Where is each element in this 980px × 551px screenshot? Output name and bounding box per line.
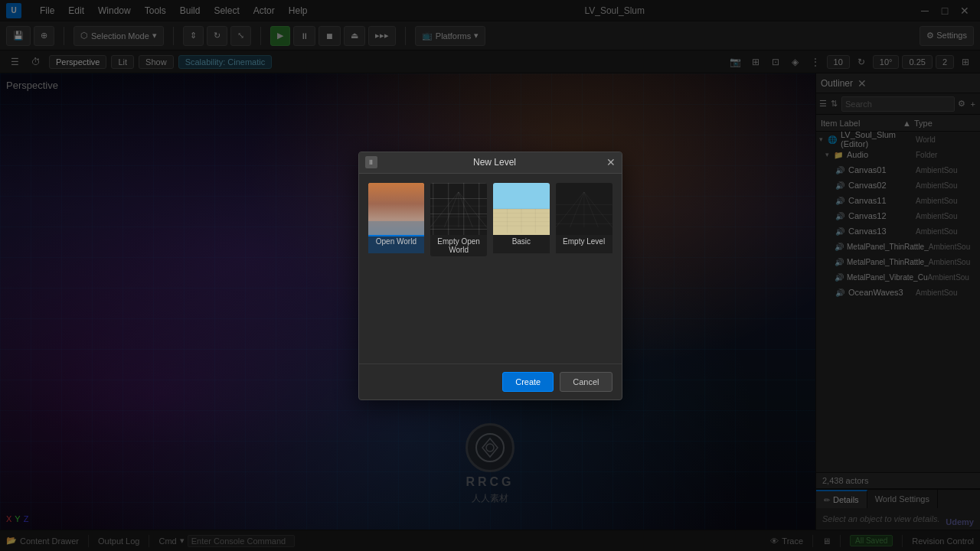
cancel-button[interactable]: Cancel <box>560 372 612 392</box>
svg-rect-1 <box>368 221 425 235</box>
pause-icon: ⏸ <box>365 156 377 168</box>
level-grid: Open World <box>368 183 612 256</box>
create-button[interactable]: Create <box>502 372 554 392</box>
svg-line-24 <box>584 191 612 227</box>
modal-footer: Create Cancel <box>359 364 622 399</box>
svg-rect-10 <box>493 184 550 208</box>
level-thumb-empty-open-world <box>430 183 487 235</box>
svg-line-23 <box>584 191 598 227</box>
modal-title: New Level <box>384 157 606 168</box>
level-label-basic: Basic <box>493 235 550 253</box>
modal-close-button[interactable]: ✕ <box>606 156 616 168</box>
modal-titlebar: ⏸ New Level ✕ <box>359 152 622 174</box>
modal-body: Open World <box>359 174 622 364</box>
level-thumb-empty-level <box>556 183 612 235</box>
level-thumb-basic <box>493 183 550 235</box>
svg-line-20 <box>556 191 584 227</box>
svg-line-6 <box>459 191 487 227</box>
svg-line-2 <box>430 191 459 227</box>
level-label-empty-open-world: Empty Open World <box>430 235 487 256</box>
level-card-open-world[interactable]: Open World <box>368 183 425 256</box>
svg-line-21 <box>570 191 583 227</box>
level-card-basic[interactable]: Basic <box>493 183 550 256</box>
level-label-open-world: Open World <box>368 235 425 253</box>
modal-spacer <box>368 262 612 354</box>
level-label-empty-level: Empty Level <box>556 235 612 253</box>
level-card-empty-level[interactable]: Empty Level <box>556 183 612 256</box>
modal-overlay: ⏸ New Level ✕ <box>0 0 980 551</box>
svg-line-5 <box>459 191 472 227</box>
svg-line-3 <box>445 191 459 227</box>
new-level-dialog: ⏸ New Level ✕ <box>358 152 622 400</box>
level-thumb-open-world <box>368 183 425 235</box>
level-card-empty-open-world[interactable]: Empty Open World <box>430 183 487 256</box>
